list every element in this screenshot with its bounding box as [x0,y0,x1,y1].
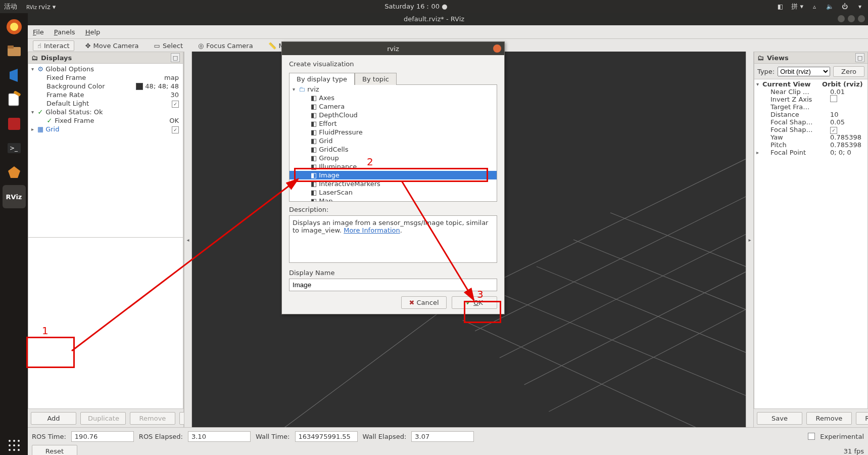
tray-icon[interactable]: ◧ [776,3,784,11]
cancel-button[interactable]: ✖ Cancel [401,296,447,309]
reset-button[interactable]: Reset [32,445,77,455]
views-tree[interactable]: ▾Current ViewOrbit (rviz)Near Clip …0.01… [754,79,868,409]
launcher-vscode[interactable] [3,64,26,87]
annotation-box-1 [26,337,75,368]
add-button[interactable]: Add [31,412,76,425]
display-name-input[interactable] [289,279,497,291]
type-icon: ◧ [311,197,317,202]
tool-focus-camera[interactable]: ◎Focus Camera [194,41,257,51]
window-maximize-button[interactable] [848,15,855,22]
tree-row[interactable]: ✓ Fixed FrameOK [28,116,183,125]
app-indicator[interactable]: RViz rviz ▾ [26,3,56,11]
dialog-titlebar[interactable]: rviz [282,42,504,55]
svg-line-30 [463,320,697,428]
svg-point-1 [10,23,18,31]
display-type-tree[interactable]: ▾🗀 rviz ◧ Axes◧ Camera◧ DepthCloud◧ Effo… [289,84,497,202]
wall-elapsed-field[interactable]: 3.07 [411,431,474,442]
window-minimize-button[interactable] [838,15,845,22]
views-row[interactable]: Distance10 [754,111,867,118]
collapse-right-handle[interactable]: ▸ [746,52,754,428]
experimental-checkbox[interactable] [808,433,815,440]
power-icon[interactable]: ⏻ [841,3,849,11]
ros-elapsed-field[interactable]: 3.10 [188,431,251,442]
tab-by-display-type[interactable]: By display type [289,73,355,85]
tree-row[interactable]: ▾✓ Global Status: Ok [28,108,183,116]
remove-button[interactable]: Remove [130,412,175,425]
launcher-gedit[interactable] [3,88,26,111]
tree-row[interactable]: Background Color48; 48; 48 [28,82,183,90]
views-row[interactable]: Yaw0.785398 [754,133,867,141]
launcher-rviz[interactable]: RViz [3,185,26,208]
menu-panels[interactable]: Panels [54,28,75,36]
tree-row[interactable]: Default Light✓ [28,99,183,108]
views-type-row: Type: Orbit (rviz) Zero [754,64,868,79]
network-icon[interactable]: ▵ [810,3,818,11]
displays-tree[interactable]: ▾⚙ Global OptionsFixed FramemapBackgroun… [28,64,183,238]
views-row[interactable]: Near Clip …0.01 [754,88,867,96]
menu-help[interactable]: Help [85,28,101,36]
collapse-left-handle[interactable]: ◂ [184,52,192,428]
views-row[interactable]: ▸Focal Point0; 0; 0 [754,149,867,156]
launcher-firefox[interactable] [3,15,26,38]
display-type-grid[interactable]: ◧ Grid [290,136,497,145]
views-row[interactable]: Pitch0.785398 [754,141,867,149]
dialog-close-button[interactable] [493,44,501,53]
tool-move-camera[interactable]: ✥Move Camera [81,41,143,51]
views-row[interactable]: Target Fra… [754,103,867,111]
view-type-select[interactable]: Orbit (rviz) [778,67,830,76]
launcher-app2[interactable] [3,161,26,184]
chevron-down-icon[interactable]: ▾ [856,3,864,11]
views-row[interactable]: Focal Shap…0.05 [754,118,867,126]
clock-label[interactable]: Saturday 16：00 ● [384,3,447,10]
panel-close-button[interactable]: □ [855,53,864,62]
activities-button[interactable]: 活动 [4,2,17,11]
views-panel-header[interactable]: 🗂 Views □ [754,52,868,64]
window-title: default.rviz* - RViz [404,15,464,23]
svg-text:>_: >_ [10,145,18,152]
tree-row[interactable]: ▸▦ Grid✓ [28,125,183,133]
tree-row[interactable]: ▾⚙ Global Options [28,65,183,73]
launcher-files[interactable] [3,39,26,63]
svg-line-25 [284,304,451,428]
views-row[interactable]: Focal Shap…✓ [754,126,867,133]
ros-time-label: ROS Time: [32,433,66,440]
display-type-gridcells[interactable]: ◧ GridCells [290,145,497,154]
more-info-link[interactable]: More Information [344,226,400,234]
panel-close-button[interactable]: □ [171,53,180,62]
volume-icon[interactable]: 🔈 [826,3,834,11]
display-type-depthcloud[interactable]: ◧ DepthCloud [290,111,497,119]
svg-line-23 [524,272,746,385]
description-box: Displays an image from a sensor_msgs/Ima… [289,215,497,263]
launcher-terminal[interactable]: >_ [3,136,26,160]
ros-time-field[interactable]: 190.76 [71,431,134,442]
tab-by-topic[interactable]: By topic [355,73,397,85]
tree-root[interactable]: ▾🗀 rviz [290,85,497,94]
display-type-laserscan[interactable]: ◧ LaserScan [290,188,497,197]
window-close-button[interactable] [858,15,865,22]
views-rename-button[interactable]: Rename [856,412,868,425]
zero-button[interactable]: Zero [833,66,864,77]
views-panel-title: Views [767,54,789,62]
tool-interact[interactable]: ☝Interact [33,40,74,51]
menu-file[interactable]: File [33,28,44,36]
views-row[interactable]: ▾Current ViewOrbit (rviz) [754,80,867,88]
views-row[interactable]: Invert Z Axis [754,96,867,103]
tool-select[interactable]: ▭Select [150,41,187,51]
launcher-apps-grid[interactable] [3,434,26,455]
tree-row[interactable]: Fixed Framemap [28,73,183,82]
display-type-group[interactable]: ◧ Group [290,154,497,162]
display-type-effort[interactable]: ◧ Effort [290,119,497,128]
display-type-axes[interactable]: ◧ Axes [290,94,497,102]
duplicate-button[interactable]: Duplicate [80,412,126,425]
display-type-camera[interactable]: ◧ Camera [290,102,497,111]
display-type-map[interactable]: ◧ Map [290,197,497,202]
wall-time-field[interactable]: 1634975991.55 [295,431,358,442]
display-type-fluidpressure[interactable]: ◧ FluidPressure [290,128,497,136]
svg-line-22 [500,234,746,357]
views-save-button[interactable]: Save [757,412,802,425]
ime-indicator[interactable]: 拼 ▾ [791,2,803,11]
views-remove-button[interactable]: Remove [806,412,852,425]
tree-row[interactable]: Frame Rate30 [28,90,183,99]
displays-panel-header[interactable]: 🗂 Displays □ [28,52,183,64]
launcher-app[interactable] [3,112,26,135]
